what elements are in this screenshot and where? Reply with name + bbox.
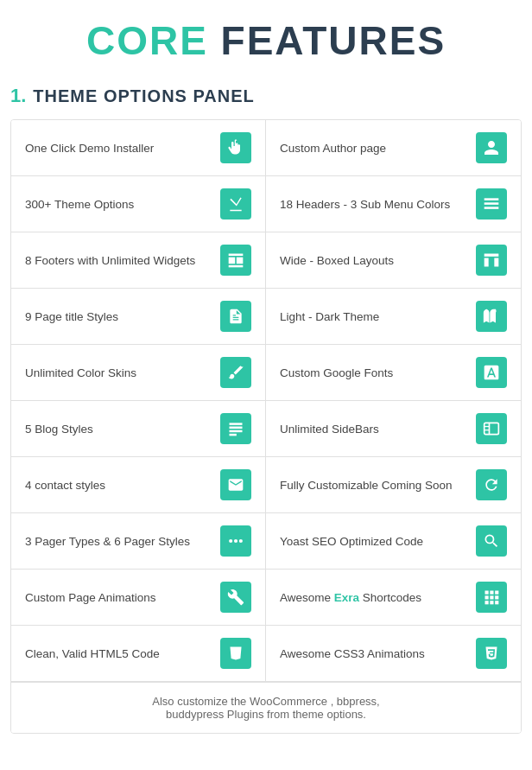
typography-icon-svg xyxy=(483,364,500,381)
feature-label-5-blog-styles: 5 Blog Styles xyxy=(25,423,213,436)
layout-icon xyxy=(476,245,507,276)
html5-icon xyxy=(220,638,251,669)
envelope-icon xyxy=(220,469,251,500)
feature-custom-animations: Custom Page Animations xyxy=(11,570,266,626)
feature-label-awesome-css3: Awesome CSS3 Animations xyxy=(280,647,469,660)
title-features: FEATURES xyxy=(221,18,446,63)
grid-icon xyxy=(476,582,507,613)
feature-label-coming-soon: Fully Customizable Coming Soon xyxy=(280,479,469,492)
svg-rect-6 xyxy=(229,265,244,268)
section-number: 1. xyxy=(10,85,26,107)
feature-4-contact: 4 contact styles xyxy=(11,457,266,513)
svg-rect-0 xyxy=(484,198,499,200)
book-icon xyxy=(476,301,507,332)
grid-icon-svg xyxy=(483,589,500,606)
feature-label-awesome-shortcodes: Awesome Exra Shortcodes xyxy=(280,591,469,604)
brush-icon xyxy=(220,357,251,388)
feature-label-9-page-title: 9 Page title Styles xyxy=(25,310,213,323)
feature-8-footers: 8 Footers with Unlimited Widgets xyxy=(11,232,266,289)
wrench-icon xyxy=(220,582,251,613)
layout-icon-svg xyxy=(483,251,500,269)
refresh-icon xyxy=(476,469,507,500)
svg-rect-3 xyxy=(229,254,244,257)
feature-custom-google-fonts: Custom Google Fonts xyxy=(266,345,521,401)
svg-rect-14 xyxy=(484,423,499,434)
svg-rect-28 xyxy=(490,601,493,604)
features-grid: One Click Demo Installer Custom Author p… xyxy=(10,119,522,734)
feature-18-headers: 18 Headers - 3 Sub Menu Colors xyxy=(266,176,521,232)
dots-icon-svg xyxy=(227,532,244,550)
footers-icon-svg xyxy=(227,251,244,269)
person-icon xyxy=(476,132,507,163)
sidebars-icon xyxy=(476,413,507,444)
feature-custom-author: Custom Author page xyxy=(266,120,521,176)
sidebars-icon-svg xyxy=(483,420,500,437)
feature-label-unlimited-color: Unlimited Color Skins xyxy=(25,366,213,379)
book-icon-svg xyxy=(483,308,500,325)
svg-rect-25 xyxy=(490,595,493,599)
svg-rect-22 xyxy=(490,591,493,595)
refresh-icon-svg xyxy=(483,476,500,493)
svg-rect-11 xyxy=(230,427,243,430)
feature-awesome-css3: Awesome CSS3 Animations xyxy=(266,626,521,682)
cursor-icon xyxy=(220,132,251,163)
section-heading: 1. THEME OPTIONS PANEL xyxy=(10,85,522,107)
feature-label-8-footers: 8 Footers with Unlimited Widgets xyxy=(25,254,213,267)
cursor-icon-svg xyxy=(227,139,244,156)
svg-rect-24 xyxy=(485,595,489,599)
feature-awesome-shortcodes: Awesome Exra Shortcodes xyxy=(266,570,521,626)
feature-label-300-theme-options: 300+ Theme Options xyxy=(25,198,213,211)
footer-note-text: Also customize the WooCommerce , bbpress… xyxy=(152,695,379,721)
blog-list-icon-svg xyxy=(227,420,244,437)
feature-300-theme-options: 300+ Theme Options xyxy=(11,176,266,232)
html5-icon-svg xyxy=(227,645,244,662)
svg-rect-9 xyxy=(494,258,498,267)
svg-rect-7 xyxy=(484,254,499,257)
feature-label-custom-author: Custom Author page xyxy=(280,142,469,155)
feature-one-click-demo: One Click Demo Installer xyxy=(11,120,266,176)
svg-rect-26 xyxy=(495,595,498,599)
feature-3-pager: 3 Pager Types & 6 Pager Styles xyxy=(11,513,266,570)
feature-yoast-seo: Yoast SEO Optimized Code xyxy=(266,513,521,570)
feature-label-18-headers: 18 Headers - 3 Sub Menu Colors xyxy=(280,198,469,211)
feature-label-unlimited-sidebars: Unlimited SideBars xyxy=(280,423,469,436)
feature-label-4-contact: 4 contact styles xyxy=(25,479,213,492)
svg-rect-8 xyxy=(484,258,489,267)
svg-point-18 xyxy=(229,539,232,543)
title-core: CORE xyxy=(86,18,208,63)
wrench-icon-svg xyxy=(227,589,244,606)
arrow-icon-svg xyxy=(227,195,244,213)
feature-unlimited-sidebars: Unlimited SideBars xyxy=(266,401,521,457)
feature-9-page-title: 9 Page title Styles xyxy=(11,289,266,345)
svg-point-20 xyxy=(239,539,243,543)
svg-rect-13 xyxy=(230,434,237,436)
svg-rect-29 xyxy=(495,601,498,604)
feature-5-blog-styles: 5 Blog Styles xyxy=(11,401,266,457)
feature-label-clean-html5: Clean, Valid HTML5 Code xyxy=(25,647,213,660)
feature-light-dark: Light - Dark Theme xyxy=(266,289,521,345)
svg-rect-23 xyxy=(495,591,498,595)
main-title: CORE FEATURES xyxy=(10,17,522,64)
feature-coming-soon: Fully Customizable Coming Soon xyxy=(266,457,521,513)
feature-label-one-click-demo: One Click Demo Installer xyxy=(25,142,213,155)
feature-clean-html5: Clean, Valid HTML5 Code xyxy=(11,626,266,682)
typography-icon xyxy=(476,357,507,388)
feature-label-custom-animations: Custom Page Animations xyxy=(25,591,213,604)
menu-lines-icon-svg xyxy=(483,195,500,213)
svg-rect-10 xyxy=(230,423,243,425)
svg-rect-1 xyxy=(484,202,499,205)
feature-label-3-pager: 3 Pager Types & 6 Pager Styles xyxy=(25,535,213,548)
document-icon-svg xyxy=(227,308,244,325)
svg-rect-4 xyxy=(229,258,236,264)
section-title: THEME OPTIONS PANEL xyxy=(33,86,254,106)
css3-icon xyxy=(476,638,507,669)
feature-label-wide-boxed: Wide - Boxed Layouts xyxy=(280,254,469,267)
feature-unlimited-color: Unlimited Color Skins xyxy=(11,345,266,401)
svg-rect-5 xyxy=(237,258,244,264)
footer-note: Also customize the WooCommerce , bbpress… xyxy=(11,682,521,733)
feature-wide-boxed: Wide - Boxed Layouts xyxy=(266,232,521,289)
dots-icon xyxy=(220,525,251,557)
brush-icon-svg xyxy=(227,364,244,381)
blog-list-icon xyxy=(220,413,251,444)
footers-icon xyxy=(220,245,251,276)
